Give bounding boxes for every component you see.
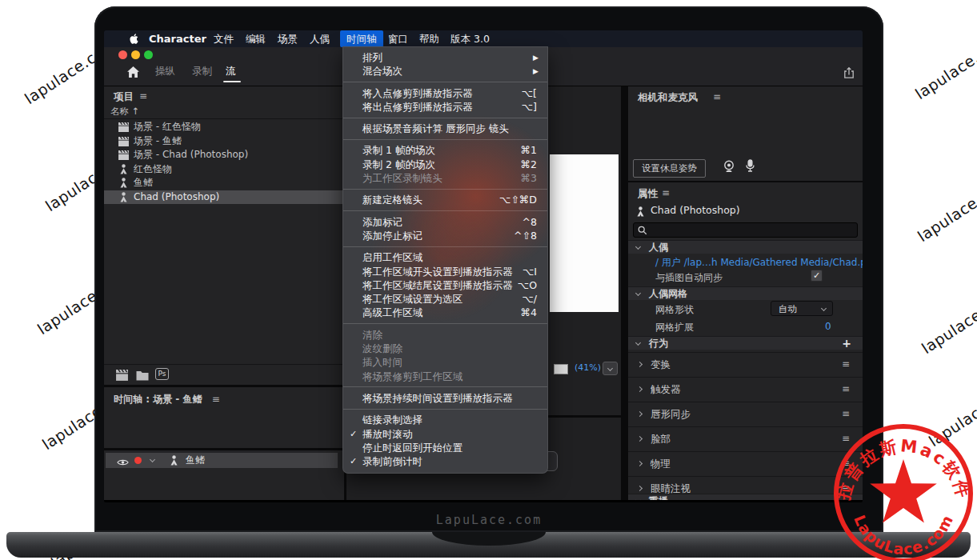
menu-item[interactable]: ✓ 播放时滚动 ▶	[343, 427, 547, 441]
menu-item[interactable]: ✓ 将场景修剪到工作区域 ▶	[343, 370, 547, 383]
add-behavior-button[interactable]: +	[842, 337, 851, 350]
behavior-menu-icon[interactable]: ≡	[842, 353, 850, 376]
timeline-track-row[interactable]: 鱼鳍	[106, 453, 338, 468]
section-behaviors[interactable]: 行为 +	[628, 336, 863, 350]
menu-item[interactable]: ✓ 录制 2 帧的场次 ⌘2 ▶	[343, 158, 547, 171]
menu-item[interactable]: ✓ 录制前倒计时 ▶	[343, 454, 547, 468]
zoom-window-button[interactable]	[144, 50, 153, 59]
menu-bar-item[interactable]: 场景	[278, 30, 298, 47]
behavior-row[interactable]: 唇形同步 ≡	[628, 402, 863, 425]
laptop-bezel: Character 文件编辑场景人偶时间轴窗口帮助版本 3.0 操纵 录制 流 …	[94, 6, 883, 532]
set-rest-pose-button[interactable]: 设置休息姿势	[633, 159, 706, 178]
search-input[interactable]	[633, 222, 858, 238]
menu-item[interactable]: ✓ 停止时返回到开始位置 ▶	[343, 441, 547, 454]
scene-canvas[interactable]	[550, 154, 619, 312]
folder-icon[interactable]	[136, 369, 149, 384]
tab-stream[interactable]: 流	[226, 65, 236, 78]
apple-icon[interactable]	[128, 33, 140, 45]
panel-divider	[628, 181, 863, 182]
webcam-icon[interactable]	[723, 160, 735, 176]
menu-item[interactable]: ✓ 启用工作区域 ▶	[343, 250, 547, 264]
panel-menu-icon[interactable]: ≡	[713, 91, 721, 102]
behavior-row[interactable]: 变换 ≡	[628, 352, 863, 375]
project-row[interactable]: 红色怪物	[104, 162, 344, 177]
menu-bar-item[interactable]: 时间轴	[340, 30, 383, 47]
menu-item[interactable]: ✓ 添加标记 ^8 ▶	[343, 215, 547, 229]
minimize-window-button[interactable]	[131, 50, 140, 59]
chevron-down-icon[interactable]	[150, 457, 155, 462]
background-swatch[interactable]	[554, 364, 568, 374]
menu-item[interactable]: ✓ 将工作区域设置为选区 ⌥/ ▶	[343, 292, 547, 306]
source-file-link[interactable]: / 用户 /lap…h Media/Gathered Media/Chad.ps…	[655, 256, 863, 270]
panel-menu-icon[interactable]: ≡	[139, 90, 147, 102]
sort-header[interactable]: 名称 ↑	[104, 106, 344, 119]
menu-item[interactable]: ✓ 将工作区域开头设置到播放指示器 ⌥I ▶	[343, 265, 547, 278]
zoom-level[interactable]: (41%)	[575, 362, 601, 373]
menu-item[interactable]: ✓ 新建定格镜头 ⌥⇧⌘D ▶	[343, 193, 547, 206]
submenu-arrow-icon: ▶	[533, 65, 539, 78]
properties-panel-title: 属性	[638, 187, 658, 201]
panel-menu-icon[interactable]: ≡	[662, 187, 670, 198]
menu-item[interactable]: ✓ 将场景持续时间设置到播放指示器 ▶	[343, 391, 547, 405]
mesh-shape-dropdown[interactable]: 自动	[771, 301, 833, 316]
behavior-row[interactable]: 脸部 ≡	[628, 426, 863, 450]
menu-item[interactable]: ✓ 插入时间 ▶	[343, 355, 547, 369]
project-row[interactable]: 场景 - 鱼鳍	[104, 134, 344, 149]
menu-item[interactable]: ✓ 波纹删除 ▶	[343, 342, 547, 355]
scene-asset-icon[interactable]	[115, 369, 129, 384]
project-row[interactable]: 场景 - Chad (Photoshop)	[104, 148, 344, 162]
menu-bar-item[interactable]: 文件	[214, 30, 234, 47]
menu-bar-app-name[interactable]: Character	[149, 30, 206, 47]
watermark: lapulace.com	[912, 30, 977, 103]
menu-item[interactable]: ✓ 排列 ▶	[343, 50, 547, 64]
sort-label: 名称	[110, 106, 129, 117]
behavior-menu-icon[interactable]: ≡	[842, 378, 850, 401]
record-toggle[interactable]	[134, 457, 142, 464]
menu-item[interactable]: ✓ 为工作区录制镜头 ⌘3 ▶	[343, 171, 547, 185]
section-puppet[interactable]: 人偶	[628, 240, 863, 254]
menu-item: ✓ ▶	[343, 139, 547, 140]
active-tab-underline	[223, 81, 241, 82]
menu-bar-item[interactable]: 窗口	[388, 30, 408, 47]
mesh-expand-value[interactable]: 0	[825, 321, 831, 332]
behavior-row[interactable]: 物理 ≡	[628, 451, 863, 474]
menu-bar-item[interactable]: 编辑	[246, 30, 266, 47]
panel-menu-icon[interactable]: ≡	[212, 394, 220, 405]
section-puppet-mesh[interactable]: 人偶网格	[628, 286, 863, 300]
shortcut-label: ⌘1	[521, 143, 537, 157]
menu-item[interactable]: ✓ 将出点修剪到播放指示器 ⌥] ▶	[343, 100, 547, 114]
menu-bar-item[interactable]: 帮助	[419, 30, 439, 47]
home-icon[interactable]	[126, 66, 140, 82]
project-row[interactable]: Chad (Photoshop)	[104, 190, 344, 205]
menu-item[interactable]: ✓ 将工作区域结尾设置到播放指示器 ⌥O ▶	[343, 278, 547, 292]
photoshop-icon[interactable]: Ps	[155, 368, 169, 380]
menu-bar-item[interactable]: 版本 3.0	[450, 30, 490, 47]
menu-bar-item[interactable]: 人偶	[310, 30, 330, 47]
menu-item[interactable]: ✓ 将入点修剪到播放指示器 ⌥[ ▶	[343, 86, 547, 100]
tab-record[interactable]: 录制	[192, 65, 212, 78]
eye-icon[interactable]	[117, 456, 129, 471]
chevron-right-icon	[637, 461, 643, 466]
zoom-dropdown[interactable]	[603, 362, 618, 375]
section-replays[interactable]: 重播	[628, 494, 863, 500]
menu-item[interactable]: ✓ 根据场景音频计算 唇形同步 镜头 ▶	[343, 122, 547, 135]
menu-item[interactable]: ✓ 清除 ▶	[343, 328, 547, 342]
menu-item[interactable]: ✓ 链接录制选择 ▶	[343, 413, 547, 426]
auto-sync-checkbox[interactable]: ✓	[811, 270, 823, 282]
menu-item[interactable]: ✓ 录制 1 帧的场次 ⌘1 ▶	[343, 143, 547, 157]
behavior-label: 唇形同步	[651, 402, 691, 426]
project-row[interactable]: 鱼鳍	[104, 176, 344, 190]
tab-rig[interactable]: 操纵	[155, 65, 175, 78]
project-row-label: 场景 - 鱼鳍	[134, 134, 182, 149]
menu-item[interactable]: ✓ 添加停止标记 ^⇧8 ▶	[343, 229, 547, 242]
project-row[interactable]: 场景 - 红色怪物	[104, 120, 344, 134]
share-icon[interactable]	[843, 66, 855, 82]
auto-sync-label: 与插图自动同步	[655, 271, 723, 285]
shortcut-label: ⌥I	[523, 265, 537, 278]
shortcut-label: ^8	[523, 215, 537, 229]
close-window-button[interactable]	[118, 50, 127, 59]
microphone-icon[interactable]	[745, 159, 755, 175]
behavior-row[interactable]: 触发器 ≡	[628, 377, 863, 400]
menu-item[interactable]: ✓ 混合场次 ▶	[343, 64, 547, 78]
menu-item[interactable]: ✓ 高级工作区域 ⌘4 ▶	[343, 306, 547, 319]
